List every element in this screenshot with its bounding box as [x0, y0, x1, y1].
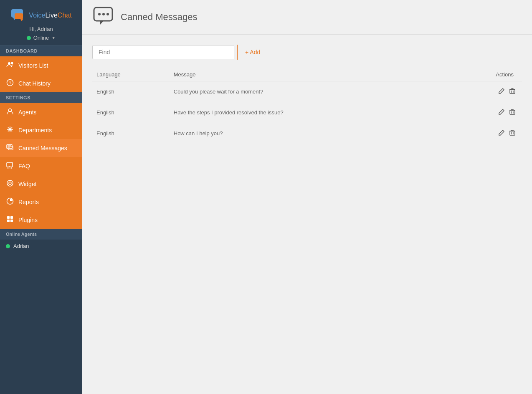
agent-status-dot — [6, 244, 10, 248]
canned-messages-icon — [6, 144, 14, 152]
online-agent-item: Adrian — [0, 240, 82, 253]
cell-actions — [450, 81, 522, 102]
sidebar-item-departments-label: Departments — [18, 127, 52, 134]
sidebar-item-canned-messages[interactable]: Canned Messages — [0, 139, 82, 157]
table-body: EnglishCould you please wait for a momen… — [92, 81, 522, 144]
logo-text: VoiceLiveChat — [29, 12, 71, 19]
cell-actions — [450, 123, 522, 144]
user-greeting: Hi, Adrian — [4, 26, 78, 32]
svg-rect-2 — [15, 13, 23, 19]
svg-line-14 — [11, 130, 12, 131]
sidebar: VoiceLiveChat Hi, Adrian Online ▼ Dashbo… — [0, 0, 82, 394]
cell-message: Have the steps I provided resolved the i… — [170, 102, 450, 123]
svg-line-13 — [8, 127, 9, 129]
svg-line-15 — [11, 127, 12, 129]
toolbar: + Add — [92, 45, 522, 60]
status-label: Online — [33, 35, 49, 41]
sidebar-item-agents[interactable]: Agents — [0, 103, 82, 121]
departments-icon — [6, 126, 14, 134]
svg-rect-28 — [10, 216, 13, 219]
svg-rect-29 — [7, 220, 10, 222]
sidebar-item-agents-label: Agents — [18, 109, 37, 116]
sidebar-item-visitors-list[interactable]: Visitors List — [0, 56, 82, 74]
sidebar-item-chat-history[interactable]: Chat History — [0, 74, 82, 92]
canned-messages-table: Language Message Actions EnglishCould yo… — [92, 68, 522, 144]
sidebar-item-faq[interactable]: FAQ — [0, 157, 82, 175]
logo: VoiceLiveChat — [4, 8, 78, 23]
svg-rect-49 — [510, 131, 515, 135]
settings-section-label: Settings — [0, 92, 82, 103]
main-content: Canned Messages + Add Language Message A… — [82, 0, 532, 394]
delete-button[interactable] — [507, 107, 518, 118]
svg-point-4 — [8, 62, 10, 65]
sidebar-item-reports[interactable]: Reports — [0, 193, 82, 211]
sidebar-item-canned-messages-label: Canned Messages — [18, 145, 67, 152]
table-row: EnglishHave the steps I provided resolve… — [92, 102, 522, 123]
svg-marker-3 — [20, 19, 23, 21]
sidebar-item-reports-label: Reports — [18, 199, 39, 205]
chat-history-icon — [6, 79, 14, 88]
svg-line-16 — [8, 130, 9, 131]
page-title: Canned Messages — [121, 12, 197, 23]
svg-rect-35 — [510, 89, 515, 93]
agent-name: Adrian — [13, 243, 29, 249]
cell-actions — [450, 102, 522, 123]
cell-language: English — [92, 102, 170, 123]
visitors-list-icon — [6, 61, 14, 70]
sidebar-item-chat-history-label: Chat History — [18, 80, 51, 87]
svg-point-34 — [106, 13, 109, 15]
table-row: EnglishCould you please wait for a momen… — [92, 81, 522, 102]
edit-button[interactable] — [496, 128, 507, 139]
svg-point-5 — [11, 62, 13, 64]
sidebar-header: VoiceLiveChat Hi, Adrian Online ▼ — [0, 0, 82, 45]
sidebar-item-plugins[interactable]: Plugins — [0, 211, 82, 229]
delete-button[interactable] — [507, 86, 518, 97]
delete-button[interactable] — [507, 128, 518, 139]
svg-point-8 — [9, 128, 11, 131]
sidebar-item-plugins-label: Plugins — [18, 217, 38, 223]
column-language: Language — [92, 68, 170, 81]
cell-message: Could you please wait for a moment? — [170, 81, 450, 102]
online-agents-section-label: Online Agents — [0, 229, 82, 240]
cell-message: How can I help you? — [170, 123, 450, 144]
toolbar-divider — [237, 45, 238, 60]
widget-icon — [6, 179, 14, 188]
edit-button[interactable] — [496, 107, 507, 118]
canned-messages-header-icon — [92, 6, 115, 28]
add-button[interactable]: + Add — [240, 45, 265, 59]
logo-icon — [10, 8, 26, 23]
status-dot — [27, 36, 31, 40]
sidebar-item-departments[interactable]: Departments — [0, 121, 82, 139]
dashboard-section-label: Dashboard — [0, 45, 82, 56]
faq-icon — [6, 162, 14, 170]
sidebar-item-visitors-list-label: Visitors List — [18, 62, 48, 69]
agents-icon — [6, 108, 14, 116]
table-row: EnglishHow can I help you? — [92, 123, 522, 144]
cell-language: English — [92, 123, 170, 144]
content-area: + Add Language Message Actions EnglishCo… — [82, 35, 532, 394]
status-row: Online ▼ — [4, 35, 78, 41]
column-message: Message — [170, 68, 450, 81]
svg-rect-42 — [510, 110, 515, 114]
cell-language: English — [92, 81, 170, 102]
svg-point-25 — [7, 180, 13, 186]
column-actions: Actions — [450, 68, 522, 81]
page-header: Canned Messages — [82, 0, 532, 35]
sidebar-item-widget-label: Widget — [18, 181, 37, 187]
svg-rect-27 — [7, 216, 10, 219]
svg-rect-30 — [10, 220, 13, 222]
sidebar-item-widget[interactable]: Widget — [0, 175, 82, 193]
chevron-down-icon[interactable]: ▼ — [51, 35, 56, 40]
table-header-row: Language Message Actions — [92, 68, 522, 81]
plugins-icon — [6, 215, 14, 224]
svg-point-24 — [9, 182, 11, 184]
svg-point-32 — [98, 13, 101, 15]
search-input[interactable] — [92, 45, 234, 59]
reports-icon — [6, 197, 14, 206]
svg-point-33 — [102, 13, 105, 15]
sidebar-item-faq-label: FAQ — [18, 163, 30, 169]
edit-button[interactable] — [496, 86, 507, 97]
